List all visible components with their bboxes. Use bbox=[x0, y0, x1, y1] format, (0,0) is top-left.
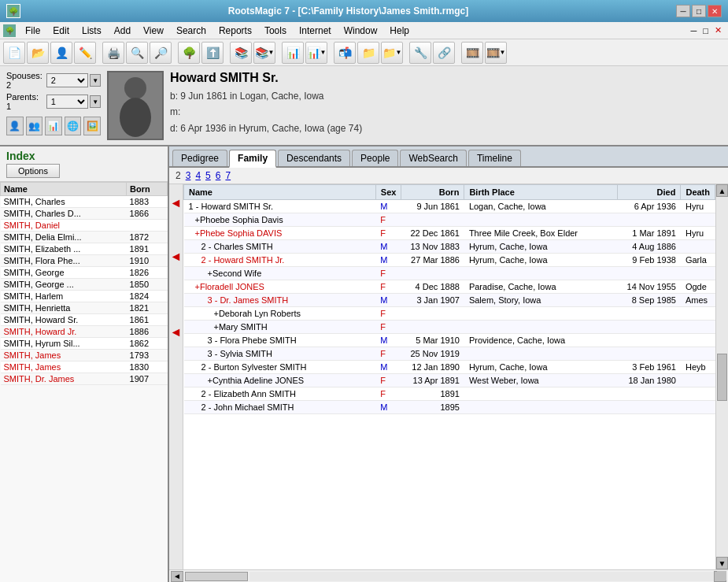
table-row[interactable]: +Phoebe Sophia DavisF bbox=[184, 213, 715, 227]
search2-button[interactable]: 🔎 bbox=[150, 42, 172, 64]
menu-view[interactable]: View bbox=[137, 24, 170, 38]
tab-websearch[interactable]: WebSearch bbox=[400, 150, 466, 166]
tab-family[interactable]: Family bbox=[229, 150, 276, 168]
menu-internet[interactable]: Internet bbox=[293, 24, 338, 38]
spouses-select[interactable]: 2 bbox=[46, 73, 89, 87]
page-2[interactable]: 3 bbox=[186, 170, 191, 181]
index-row[interactable]: SMITH, George1826 bbox=[1, 267, 168, 279]
person-icon-btn5[interactable]: 🖼️ bbox=[83, 117, 101, 135]
media-button[interactable]: 🎞️ bbox=[461, 42, 483, 64]
menu-edit[interactable]: Edit bbox=[46, 24, 76, 38]
table-row[interactable]: +Floradell JONESF4 Dec 1888Paradise, Cac… bbox=[184, 280, 715, 294]
menu-lists[interactable]: Lists bbox=[76, 24, 108, 38]
index-row[interactable]: SMITH, Flora Phe...1910 bbox=[1, 255, 168, 267]
page-6[interactable]: 7 bbox=[225, 170, 231, 181]
tab-timeline[interactable]: Timeline bbox=[468, 150, 521, 166]
tab-people[interactable]: People bbox=[352, 150, 398, 166]
index-row[interactable]: SMITH, Elizabeth ...1891 bbox=[1, 243, 168, 255]
minimize-button[interactable]: ─ bbox=[676, 5, 690, 17]
folder-arrow-button[interactable]: 📁▼ bbox=[381, 42, 403, 64]
index-row[interactable]: SMITH, Delia Elmi...1872 bbox=[1, 232, 168, 243]
index-row[interactable]: SMITH, Dr. James1907 bbox=[1, 373, 168, 385]
index-row[interactable]: SMITH, Howard Jr.1886 bbox=[1, 326, 168, 338]
parents-arrow[interactable]: ▼ bbox=[90, 95, 101, 108]
folder-button[interactable]: 📁 bbox=[357, 42, 379, 64]
nav-arrow-3[interactable]: ◄ bbox=[170, 326, 183, 339]
sync-button[interactable]: 🔗 bbox=[433, 42, 455, 64]
close-button[interactable]: ✕ bbox=[708, 5, 722, 17]
table-row[interactable]: 3 - Sylvia SMITHF25 Nov 1919 bbox=[184, 347, 715, 361]
person-icon-btn2[interactable]: 👥 bbox=[26, 117, 43, 135]
tab-descendants[interactable]: Descendants bbox=[278, 150, 350, 166]
open-button[interactable]: 📂 bbox=[27, 42, 49, 64]
tools-button[interactable]: 🔧 bbox=[409, 42, 431, 64]
table-row[interactable]: +Second WifeF bbox=[184, 267, 715, 280]
edit-person-button[interactable]: ✏️ bbox=[74, 42, 96, 64]
index-row[interactable]: SMITH, Henrietta1821 bbox=[1, 302, 168, 314]
tree-button[interactable]: 🌳 bbox=[178, 42, 200, 64]
page-4[interactable]: 5 bbox=[205, 170, 211, 181]
menu-window[interactable]: Window bbox=[338, 24, 384, 38]
spouses-arrow[interactable]: ▼ bbox=[90, 74, 101, 87]
table-cell-birthplace bbox=[464, 401, 618, 414]
nav-arrow-2[interactable]: ◄ bbox=[170, 250, 183, 263]
print-button[interactable]: 🖨️ bbox=[102, 42, 124, 64]
person-icon-btn1[interactable]: 👤 bbox=[6, 117, 24, 135]
index-row[interactable]: SMITH, James1793 bbox=[1, 350, 168, 361]
table-row[interactable]: 2 - Elizabeth Ann SMITHF1891 bbox=[184, 387, 715, 401]
menu-reports[interactable]: Reports bbox=[212, 24, 258, 38]
new-button[interactable]: 📄 bbox=[3, 42, 25, 64]
index-row[interactable]: SMITH, Hyrum Sil...1862 bbox=[1, 338, 168, 350]
export-button[interactable]: 📬 bbox=[334, 42, 356, 64]
maximize-button[interactable]: □ bbox=[692, 5, 706, 17]
person-icon-btn3[interactable]: 📊 bbox=[45, 117, 62, 135]
spouses-dropdown[interactable]: Spouses: 2 2 ▼ bbox=[6, 71, 101, 90]
report-button[interactable]: 📊 bbox=[282, 42, 304, 64]
menu-max-icon[interactable]: □ bbox=[700, 26, 711, 35]
table-row[interactable]: +Cynthia Adeline JONESF13 Apr 1891West W… bbox=[184, 374, 715, 387]
menu-file[interactable]: File bbox=[19, 24, 46, 38]
options-button[interactable]: Options bbox=[6, 164, 60, 178]
media-arrow-button[interactable]: 🎞️▼ bbox=[485, 42, 507, 64]
index-row[interactable]: SMITH, George ...1850 bbox=[1, 279, 168, 291]
index-row[interactable]: SMITH, Charles D...1866 bbox=[1, 208, 168, 220]
index-row[interactable]: SMITH, Howard Sr.1861 bbox=[1, 314, 168, 326]
page-5[interactable]: 6 bbox=[216, 170, 221, 181]
nav-arrow-1[interactable]: ◄ bbox=[170, 197, 183, 209]
table-row[interactable]: 2 - Burton Sylvester SMITHM12 Jan 1890Hy… bbox=[184, 361, 715, 374]
table-row[interactable]: 3 - Dr. James SMITHM3 Jan 1907Salem, Sto… bbox=[184, 294, 715, 307]
menu-tools[interactable]: Tools bbox=[258, 24, 293, 38]
scrollbar-vertical[interactable]: ▲ ▼ bbox=[715, 184, 728, 569]
table-row[interactable]: 1 - Howard SMITH Sr.M9 Jun 1861Logan, Ca… bbox=[184, 200, 715, 213]
person-icon-btn4[interactable]: 🌐 bbox=[65, 117, 82, 135]
search-button[interactable]: 🔍 bbox=[126, 42, 148, 64]
scrollbar-horizontal[interactable]: ◄ ► bbox=[169, 569, 728, 582]
table-row[interactable]: +Mary SMITHF bbox=[184, 321, 715, 334]
menu-close-icon[interactable]: ✕ bbox=[711, 25, 725, 35]
menu-add[interactable]: Add bbox=[108, 24, 137, 38]
table-row[interactable]: 2 - Charles SMITHM13 Nov 1883Hyrum, Cach… bbox=[184, 240, 715, 254]
page-3[interactable]: 4 bbox=[195, 170, 201, 181]
table-row[interactable]: +Deborah Lyn RobertsF bbox=[184, 307, 715, 321]
resize-handle[interactable] bbox=[717, 571, 726, 580]
parents-dropdown[interactable]: Parents: 1 1 ▼ bbox=[6, 92, 101, 111]
menu-search[interactable]: Search bbox=[170, 24, 212, 38]
table-row[interactable]: +Phebe Sophia DAVISF22 Dec 1861Three Mil… bbox=[184, 227, 715, 240]
tab-pedigree[interactable]: Pedigree bbox=[172, 150, 227, 166]
up-button[interactable]: ⬆️ bbox=[201, 42, 224, 64]
menu-min-icon[interactable]: ─ bbox=[688, 26, 700, 35]
table-row[interactable]: 3 - Flora Phebe SMITHM5 Mar 1910Providen… bbox=[184, 334, 715, 347]
book-arrow-button[interactable]: 📚▼ bbox=[253, 42, 275, 64]
menu-help[interactable]: Help bbox=[383, 24, 416, 38]
table-row[interactable]: 2 - Howard SMITH Jr.M27 Mar 1886Hyrum, C… bbox=[184, 254, 715, 267]
report2-button[interactable]: 📊▼ bbox=[305, 42, 327, 64]
add-person-button[interactable]: 👤 bbox=[50, 42, 72, 64]
index-row[interactable]: SMITH, Daniel bbox=[1, 220, 168, 232]
table-row[interactable]: 2 - John Michael SMITHM1895 bbox=[184, 401, 715, 414]
index-row[interactable]: SMITH, James1830 bbox=[1, 361, 168, 373]
table-cell-deathplace bbox=[681, 213, 715, 227]
index-row[interactable]: SMITH, Charles1883 bbox=[1, 196, 168, 208]
book-button[interactable]: 📚 bbox=[230, 42, 252, 64]
parents-select[interactable]: 1 bbox=[46, 95, 89, 109]
index-row[interactable]: SMITH, Harlem1824 bbox=[1, 291, 168, 302]
